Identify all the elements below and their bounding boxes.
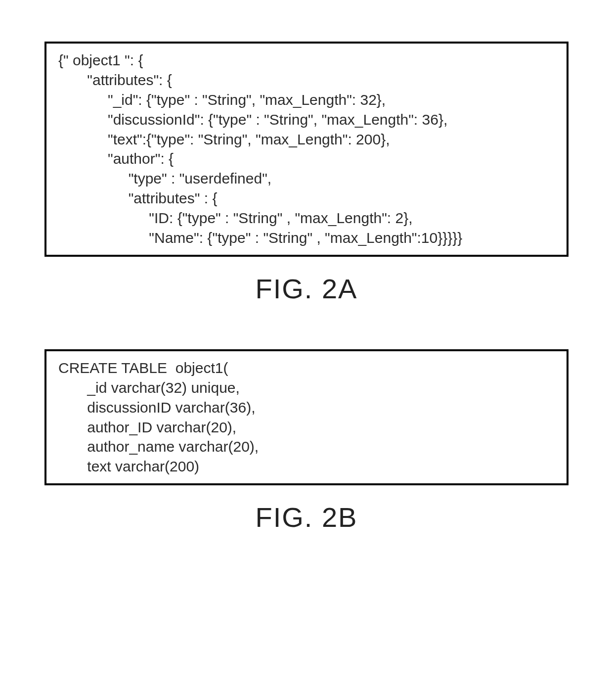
code-pre-fig-2a: {" object1 ": { "attributes": { "_id": {… [58, 50, 555, 248]
code-box-fig-2a: {" object1 ": { "attributes": { "_id": {… [44, 42, 569, 257]
code-box-fig-2b: CREATE TABLE object1( _id varchar(32) un… [44, 349, 569, 485]
figure-page: {" object1 ": { "attributes": { "_id": {… [0, 0, 613, 700]
code-pre-fig-2b: CREATE TABLE object1( _id varchar(32) un… [58, 358, 555, 476]
caption-fig-2a: FIG. 2A [44, 273, 569, 305]
caption-fig-2b: FIG. 2B [44, 501, 569, 533]
